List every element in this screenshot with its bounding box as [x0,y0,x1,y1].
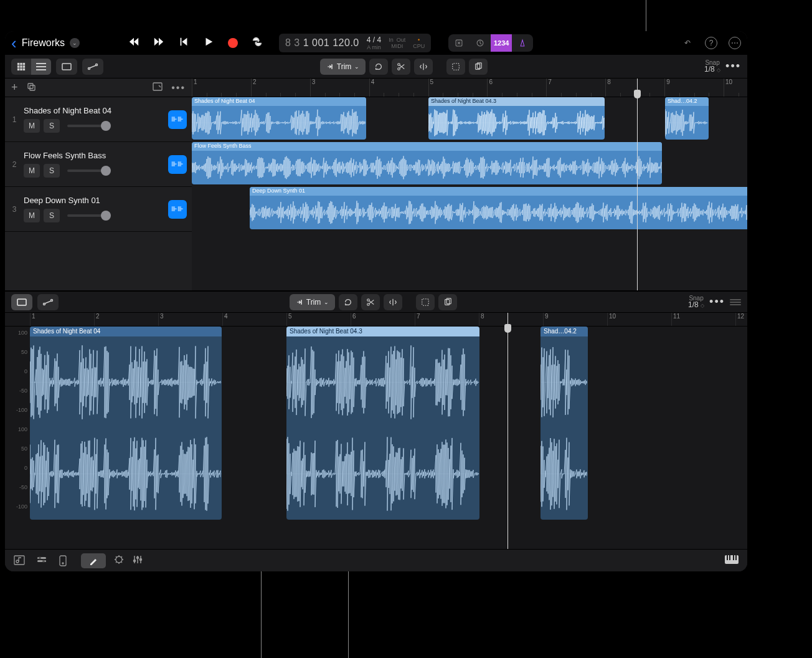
audio-region[interactable]: Deep Down Synth 01 [250,187,747,229]
track-type-icon[interactable]: ⊪⊪ [168,110,187,129]
automation-view-button[interactable] [82,59,103,75]
lcd-bars: 8 3 [285,37,300,48]
track-header[interactable]: 2 Flow Feels Synth Bass M S ⊪⊪ [5,142,192,187]
snap-display[interactable]: Snap 1/8 ◇ [704,59,720,74]
editor-region-name: Shades of Night Beat 04.3 [286,327,479,336]
mute-button[interactable]: M [24,209,40,222]
audio-region[interactable]: Shades of Night Beat 04 [192,97,366,140]
editor-playhead[interactable] [507,313,508,549]
scissors-tool-button[interactable] [392,59,410,75]
project-title[interactable]: Fireworks [22,37,65,49]
lcd-cpu: CPU [413,43,425,49]
lcd-beat: 1 001 [303,37,330,48]
track-type-icon[interactable]: ⊪⊪ [168,200,187,219]
editor-more-button[interactable]: ••• [709,295,725,308]
editor-ruler[interactable]: 123456789101112 [5,313,747,327]
lcd-timesig: 4 / 4 [367,36,381,44]
audio-region[interactable]: Shades of Night Beat 04.3 [428,97,605,140]
audio-region[interactable]: Shad…04.2 [665,97,709,140]
editor-automation-button[interactable] [37,294,59,310]
editor-ruler-tick: 6 [351,313,356,326]
playhead[interactable] [637,79,638,290]
inspector-button[interactable] [113,554,125,568]
editor-select-button[interactable] [416,294,435,310]
rewind-button[interactable] [128,36,139,50]
volume-slider[interactable] [67,125,111,127]
list-view-button[interactable] [31,59,51,75]
editor-region-view-button[interactable] [11,294,32,310]
volume-slider[interactable] [67,214,111,217]
timeline-area[interactable]: 12345678910 Shades of Night Beat 04Shade… [192,79,747,290]
play-button[interactable] [203,36,214,50]
editor-toolbar: Trim ⌄ Snap 1/8 ◇ ••• [5,292,747,313]
loop-tool-button[interactable] [369,59,388,75]
editor-loop-button[interactable] [339,294,357,310]
mixer-panel-button[interactable] [36,555,47,566]
grid-view-button[interactable] [11,59,31,75]
editor-body[interactable]: 123456789101112 100500-50-100100500-50-1… [5,313,747,549]
audio-region[interactable]: Flow Feels Synth Bass [192,142,662,184]
record-button[interactable] [228,38,238,48]
toolbar-more-button[interactable]: ••• [725,60,741,73]
add-track-button[interactable]: + [11,81,18,94]
volume-slider[interactable] [67,169,111,172]
help-button[interactable]: ? [705,37,717,49]
svg-rect-62 [735,555,737,560]
go-to-start-button[interactable] [178,36,189,50]
cycle-button[interactable] [252,36,263,50]
editor-copy-button[interactable] [438,294,457,310]
editor-resize-grip[interactable] [730,299,741,305]
back-button[interactable]: ‹ [11,34,17,53]
editor-audio-region[interactable]: Shades of Night Beat 04 [30,327,222,520]
editor-split-button[interactable] [384,294,402,310]
keyboard-button[interactable] [725,555,739,566]
amp-tick: -50 [19,388,27,394]
lcd-display[interactable]: 8 3 1 001 120.0 4 / 4 A min In Out MIDI … [279,34,431,52]
mute-button[interactable]: M [24,119,40,133]
select-tool-button[interactable] [446,59,465,75]
copy-tool-button[interactable] [469,59,488,75]
forward-button[interactable] [153,36,164,50]
editor-trim-button[interactable]: Trim ⌄ [290,294,336,310]
editor-scissors-button[interactable] [361,294,380,310]
track-header[interactable]: 3 Deep Down Synth 01 M S ⊪⊪ [5,187,192,232]
ruler-tick: 1 [192,79,197,97]
editor-ruler-tick: 5 [286,313,292,326]
sliders-button[interactable] [132,555,143,567]
metronome-button[interactable] [470,34,491,52]
editor-audio-region[interactable]: Shades of Night Beat 04.3 [286,327,479,520]
more-button[interactable]: ⋯ [729,37,741,49]
arrangement-ruler[interactable]: 12345678910 [192,79,747,97]
trim-button[interactable]: Trim ⌄ [320,59,366,75]
library-button[interactable] [153,82,163,93]
project-dropdown[interactable]: ⌄ [70,38,80,48]
library-panel-button[interactable] [14,555,25,566]
svg-rect-2 [17,62,20,65]
editor-snap-value: 1/8 [688,300,699,309]
track-header[interactable]: 1 Shades of Night Beat 04 M S ⊪⊪ [5,97,192,142]
duplicate-track-button[interactable] [27,82,35,93]
click-button[interactable] [512,34,533,52]
undo-button[interactable]: ↶ [681,37,694,49]
track-type-icon[interactable]: ⊪⊪ [168,155,187,174]
split-tool-button[interactable] [414,59,433,75]
svg-rect-6 [20,65,22,68]
mute-button[interactable]: M [24,164,40,178]
view-mode-segment [11,59,51,75]
tuner-button[interactable] [448,34,470,52]
solo-button[interactable]: S [44,164,60,178]
region-view-button[interactable] [56,59,77,75]
editor-ruler-tick: 2 [94,313,100,326]
count-in-button[interactable]: 1234 [491,34,512,52]
track-header-more-button[interactable]: ••• [171,82,186,93]
region-name: Shades of Night Beat 04.3 [428,97,605,106]
svg-rect-10 [23,68,26,70]
notepad-button[interactable] [59,555,70,566]
svg-rect-37 [422,298,429,305]
solo-button[interactable]: S [44,209,60,222]
editor-snap-display[interactable]: Snap 1/8 ◇ [688,295,704,309]
solo-button[interactable]: S [44,119,60,133]
pencil-tool-button[interactable] [81,553,106,568]
lcd-midi: MIDI [391,43,403,49]
editor-audio-region[interactable]: Shad…04.2 [541,327,588,520]
